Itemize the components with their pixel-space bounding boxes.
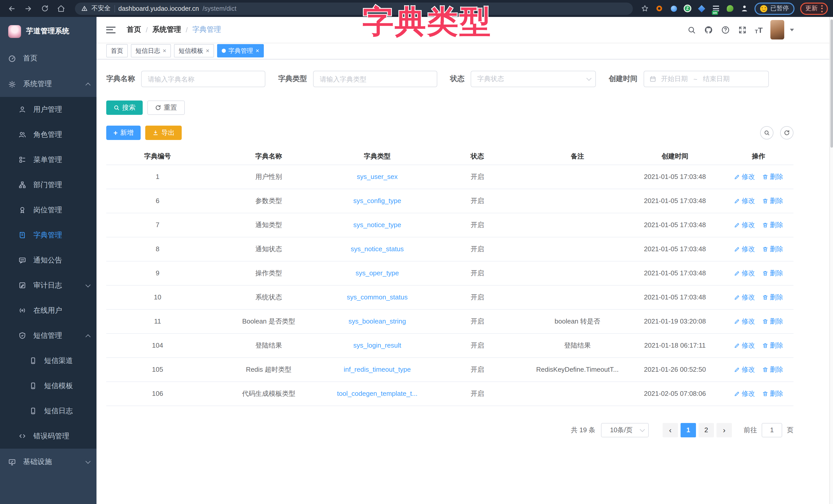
delete-button[interactable]: 删除 <box>762 172 783 181</box>
tab-dictionary[interactable]: 字典管理 × <box>217 44 264 57</box>
search-icon[interactable] <box>687 25 696 34</box>
dict-type-link[interactable]: inf_redis_timeout_type <box>343 366 411 373</box>
sidebar-item-sms-channel[interactable]: 短信渠道 <box>0 348 96 373</box>
delete-button[interactable]: 删除 <box>762 389 783 398</box>
help-icon[interactable] <box>721 25 730 34</box>
refresh-icon[interactable] <box>780 126 793 140</box>
sidebar-item-departments[interactable]: 部门管理 <box>0 172 96 197</box>
github-icon[interactable] <box>704 25 713 34</box>
delete-button[interactable]: 删除 <box>762 244 783 254</box>
profile-paused-pill[interactable]: 已暂停 <box>755 2 794 15</box>
sidebar-item-dictionary[interactable]: 字典管理 <box>0 223 96 248</box>
delete-button[interactable]: 删除 <box>762 196 783 205</box>
goto-page-input[interactable] <box>762 423 782 437</box>
sidebar-item-users[interactable]: 用户管理 <box>0 97 96 122</box>
kebab-menu-icon[interactable] <box>821 5 823 12</box>
sidebar-item-sms-template[interactable]: 短信模板 <box>0 373 96 398</box>
dict-type-link[interactable]: sys_oper_type <box>355 269 399 277</box>
sidebar-item-audit-log[interactable]: 审计日志 <box>0 273 96 298</box>
edit-button[interactable]: 修改 <box>734 220 755 229</box>
sidebar-item-infrastructure[interactable]: 基础设施 <box>0 449 96 475</box>
dict-type-link[interactable]: sys_notice_type <box>353 221 401 229</box>
font-size-icon[interactable]: TT <box>755 25 763 34</box>
breadcrumb-system[interactable]: 系统管理 <box>152 25 181 34</box>
add-button[interactable]: + 新增 <box>106 126 141 140</box>
back-icon[interactable] <box>5 2 19 15</box>
start-date-placeholder[interactable]: 开始日期 <box>661 74 688 83</box>
sidebar-item-error-codes[interactable]: 错误码管理 <box>0 424 96 449</box>
delete-button[interactable]: 删除 <box>762 293 783 302</box>
app-logo[interactable]: 芋道管理系统 <box>0 17 96 46</box>
orange-ring-icon[interactable] <box>655 4 664 13</box>
star-icon[interactable] <box>640 2 649 15</box>
dict-type-input[interactable] <box>313 71 437 87</box>
caret-down-icon[interactable] <box>790 28 794 31</box>
date-range-picker[interactable]: 开始日期 ~ 结束日期 <box>644 71 769 87</box>
edit-button[interactable]: 修改 <box>734 389 755 398</box>
avatar[interactable] <box>770 20 784 40</box>
tabs-on-icon[interactable]: on <box>711 4 720 13</box>
browser-update-button[interactable]: 更新 <box>800 2 828 15</box>
edit-button[interactable]: 修改 <box>734 341 755 350</box>
prev-page-button[interactable]: ‹ <box>663 423 678 437</box>
dict-type-link[interactable]: sys_user_sex <box>357 173 398 180</box>
sidebar-item-roles[interactable]: 角色管理 <box>0 122 96 147</box>
green-z-icon[interactable]: Z <box>684 5 691 12</box>
page-size-select[interactable]: 10条/页 <box>601 423 649 437</box>
delete-button[interactable]: 删除 <box>762 317 783 326</box>
page-button-2[interactable]: 2 <box>698 423 714 437</box>
edit-button[interactable]: 修改 <box>734 269 755 278</box>
export-button[interactable]: 导出 <box>145 126 182 140</box>
delete-button[interactable]: 删除 <box>762 269 783 278</box>
reset-button[interactable]: 重置 <box>147 100 185 115</box>
fullscreen-icon[interactable] <box>738 25 747 34</box>
edit-button[interactable]: 修改 <box>734 244 755 254</box>
dict-type-link[interactable]: sys_config_type <box>353 197 401 205</box>
sidebar-item-notices[interactable]: 通知公告 <box>0 248 96 273</box>
sidebar-item-sms-log[interactable]: 短信日志 <box>0 398 96 424</box>
status-select[interactable]: 字典状态 <box>471 71 596 87</box>
close-icon[interactable]: × <box>256 48 259 54</box>
sidebar-item-home[interactable]: 首页 <box>0 46 96 71</box>
close-icon[interactable]: × <box>163 48 166 54</box>
hamburger-icon[interactable] <box>106 26 116 33</box>
close-icon[interactable]: × <box>206 48 209 54</box>
dict-type-link[interactable]: sys_login_result <box>353 342 401 349</box>
search-button[interactable]: 搜索 <box>106 100 143 115</box>
next-page-button[interactable]: › <box>716 423 732 437</box>
end-date-placeholder[interactable]: 结束日期 <box>703 74 730 83</box>
breadcrumb-home[interactable]: 首页 <box>127 25 141 34</box>
edit-button[interactable]: 修改 <box>734 365 755 374</box>
blue-gem-icon[interactable] <box>669 4 678 13</box>
tab-home[interactable]: 首页 <box>106 44 128 57</box>
reload-icon[interactable] <box>38 2 51 15</box>
dict-type-link[interactable]: sys_common_status <box>347 293 408 301</box>
edit-button[interactable]: 修改 <box>734 293 755 302</box>
page-button-1[interactable]: 1 <box>681 423 696 437</box>
edit-button[interactable]: 修改 <box>734 317 755 326</box>
sidebar-item-online-users[interactable]: 在线用户 <box>0 298 96 323</box>
sidebar-item-sms[interactable]: 短信管理 <box>0 323 96 348</box>
edit-button[interactable]: 修改 <box>734 196 755 205</box>
dict-type-link[interactable]: sys_boolean_string <box>349 318 406 325</box>
gray-figure-icon[interactable] <box>740 4 749 13</box>
tab-sms-template[interactable]: 短信模板 × <box>174 44 214 57</box>
delete-button[interactable]: 删除 <box>762 220 783 229</box>
dict-type-link[interactable]: tool_codegen_template_t... <box>337 390 418 397</box>
scrollbar-thumb[interactable] <box>830 20 833 148</box>
sidebar-item-system[interactable]: 系统管理 <box>0 71 96 97</box>
sidebar-item-menus[interactable]: 菜单管理 <box>0 147 96 172</box>
edit-button[interactable]: 修改 <box>734 172 755 181</box>
dict-type-link[interactable]: sys_notice_status <box>351 245 404 253</box>
tab-sms-log[interactable]: 短信日志 × <box>131 44 171 57</box>
show-search-icon[interactable] <box>760 126 774 140</box>
forward-icon[interactable] <box>22 2 35 15</box>
address-bar[interactable]: 不安全 dashboard.yudao.iocoder.cn/system/di… <box>75 2 633 15</box>
green-leaf-icon[interactable] <box>726 4 735 13</box>
scrollbar[interactable] <box>829 17 833 504</box>
blue-diamond-icon[interactable] <box>697 4 706 13</box>
home-icon[interactable] <box>54 2 68 15</box>
delete-button[interactable]: 删除 <box>762 365 783 374</box>
sidebar-item-posts[interactable]: 岗位管理 <box>0 197 96 223</box>
delete-button[interactable]: 删除 <box>762 341 783 350</box>
